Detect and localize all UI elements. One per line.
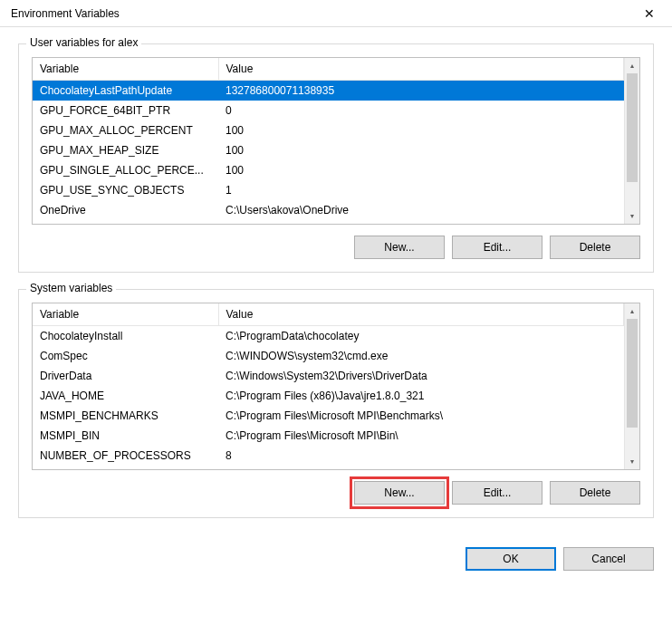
cell-variable: DriverData — [33, 366, 218, 386]
dialog-footer: OK Cancel — [0, 547, 672, 583]
cell-value: 100 — [218, 140, 624, 160]
scroll-up-icon[interactable]: ▴ — [625, 303, 639, 319]
user-variables-group: User variables for alex Variable Value C… — [18, 43, 654, 273]
user-variables-table-scroll[interactable]: Variable Value ChocolateyLastPathUpdate1… — [33, 58, 624, 224]
table-row[interactable]: MSMPI_BENCHMARKSC:\Program Files\Microso… — [33, 406, 624, 426]
table-row[interactable]: GPU_SINGLE_ALLOC_PERCE...100 — [33, 160, 624, 180]
table-row[interactable]: NUMBER_OF_PROCESSORS8 — [33, 446, 624, 466]
cell-variable: GPU_USE_SYNC_OBJECTS — [33, 180, 218, 200]
cell-value: 100 — [218, 120, 624, 140]
scroll-thumb[interactable] — [627, 319, 638, 428]
user-scrollbar[interactable]: ▴ ▾ — [624, 58, 639, 224]
user-button-row: New... Edit... Delete — [32, 236, 640, 259]
titlebar: Environment Variables ✕ — [0, 0, 672, 27]
close-icon: ✕ — [644, 6, 655, 21]
table-row[interactable]: JAVA_HOMEC:\Program Files (x86)\Java\jre… — [33, 386, 624, 406]
system-button-row: New... Edit... Delete — [32, 481, 640, 505]
system-edit-button[interactable]: Edit... — [452, 481, 542, 505]
cell-value: 132786800071138935 — [218, 81, 624, 101]
cell-value: C:\Windows\System32\Drivers\DriverData — [218, 366, 624, 386]
cell-value: C:\ProgramData\chocolatey — [218, 326, 624, 347]
cell-variable: ChocolateyLastPathUpdate — [33, 81, 218, 101]
system-col-variable[interactable]: Variable — [33, 303, 218, 326]
window-title: Environment Variables — [11, 7, 120, 20]
cell-value: C:\Program Files\Microsoft MPI\Bin\ — [218, 426, 624, 446]
user-variables-table: Variable Value ChocolateyLastPathUpdate1… — [33, 58, 624, 220]
table-row[interactable]: ChocolateyLastPathUpdate1327868000711389… — [33, 81, 624, 101]
cell-variable: GPU_MAX_ALLOC_PERCENT — [33, 120, 218, 140]
cell-value: 100 — [218, 160, 624, 180]
scroll-down-icon[interactable]: ▾ — [625, 454, 639, 469]
system-delete-button[interactable]: Delete — [550, 481, 640, 505]
table-row[interactable]: ComSpecC:\WINDOWS\system32\cmd.exe — [33, 346, 624, 366]
user-col-variable[interactable]: Variable — [33, 58, 218, 81]
cell-variable: MSMPI_BIN — [33, 426, 218, 446]
cell-variable: GPU_SINGLE_ALLOC_PERCE... — [33, 160, 218, 180]
cell-value: 1 — [218, 180, 624, 200]
scroll-thumb[interactable] — [627, 73, 638, 182]
user-delete-button[interactable]: Delete — [550, 236, 640, 259]
cell-value: C:\Program Files\Microsoft MPI\Benchmark… — [218, 406, 624, 426]
scroll-up-icon[interactable]: ▴ — [625, 58, 639, 73]
system-variables-table-scroll[interactable]: Variable Value ChocolateyInstallC:\Progr… — [33, 303, 624, 469]
system-col-value[interactable]: Value — [218, 303, 624, 326]
cell-variable: JAVA_HOME — [33, 386, 218, 406]
cell-variable: NUMBER_OF_PROCESSORS — [33, 446, 218, 466]
system-variables-group: System variables Variable Value Chocolat… — [18, 289, 654, 518]
cell-value: 0 — [218, 101, 624, 120]
cell-variable: MSMPI_BENCHMARKS — [33, 406, 218, 426]
user-new-button[interactable]: New... — [354, 236, 445, 259]
system-variables-label: System variables — [26, 282, 116, 294]
system-new-button[interactable]: New... — [354, 481, 445, 505]
system-variables-table: Variable Value ChocolateyInstallC:\Progr… — [33, 303, 624, 466]
cell-variable: ChocolateyInstall — [33, 326, 218, 347]
table-row[interactable]: ChocolateyInstallC:\ProgramData\chocolat… — [33, 326, 624, 347]
table-row[interactable]: GPU_MAX_HEAP_SIZE100 — [33, 140, 624, 160]
table-row[interactable]: DriverDataC:\Windows\System32\Drivers\Dr… — [33, 366, 624, 386]
system-scrollbar[interactable]: ▴ ▾ — [624, 303, 639, 469]
cell-variable: OneDrive — [33, 200, 218, 220]
user-variables-table-wrap: Variable Value ChocolateyLastPathUpdate1… — [32, 57, 640, 225]
cell-value: C:\Users\akova\OneDrive — [218, 200, 624, 220]
scroll-down-icon[interactable]: ▾ — [625, 208, 639, 224]
cell-variable: ComSpec — [33, 346, 218, 366]
user-edit-button[interactable]: Edit... — [452, 236, 542, 259]
table-row[interactable]: GPU_FORCE_64BIT_PTR0 — [33, 101, 624, 120]
close-button[interactable]: ✕ — [631, 1, 667, 26]
table-row[interactable]: OneDriveC:\Users\akova\OneDrive — [33, 200, 624, 220]
user-variables-label: User variables for alex — [26, 36, 141, 49]
cell-value: C:\Program Files (x86)\Java\jre1.8.0_321 — [218, 386, 624, 406]
user-col-value[interactable]: Value — [218, 58, 624, 81]
system-variables-table-wrap: Variable Value ChocolateyInstallC:\Progr… — [32, 303, 640, 470]
cell-variable: GPU_FORCE_64BIT_PTR — [33, 101, 218, 120]
cell-variable: GPU_MAX_HEAP_SIZE — [33, 140, 218, 160]
cell-value: 8 — [218, 446, 624, 466]
cancel-button[interactable]: Cancel — [563, 547, 654, 571]
table-row[interactable]: MSMPI_BINC:\Program Files\Microsoft MPI\… — [33, 426, 624, 446]
ok-button[interactable]: OK — [466, 547, 556, 571]
dialog-body: User variables for alex Variable Value C… — [0, 27, 672, 547]
cell-value: C:\WINDOWS\system32\cmd.exe — [218, 346, 624, 366]
table-row[interactable]: GPU_USE_SYNC_OBJECTS1 — [33, 180, 624, 200]
table-row[interactable]: GPU_MAX_ALLOC_PERCENT100 — [33, 120, 624, 140]
